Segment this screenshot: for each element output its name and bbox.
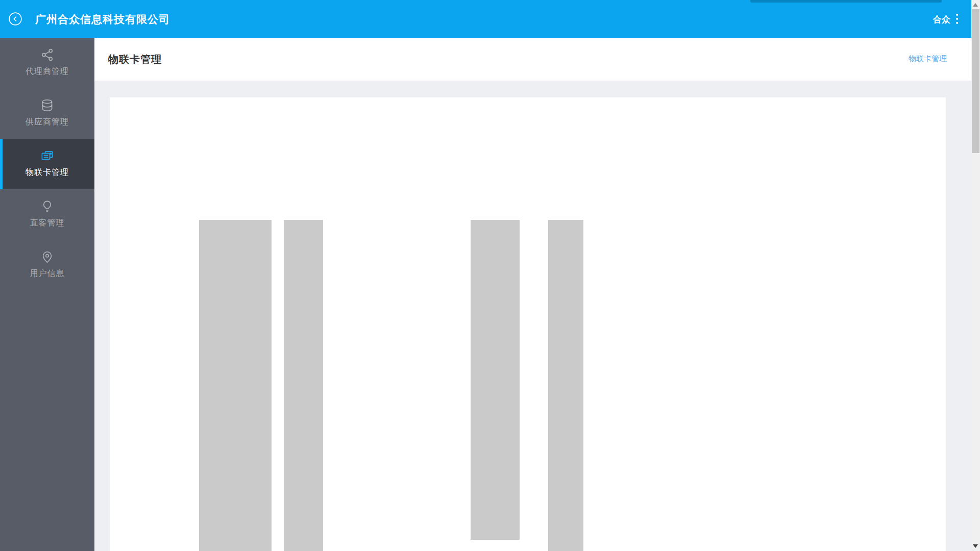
breadcrumb[interactable]: 物联卡管理 [909, 54, 947, 64]
lightbulb-icon [0, 199, 94, 215]
share-network-icon [0, 48, 94, 63]
sidebar-item-label: 用户信息 [0, 268, 94, 279]
back-circle-icon[interactable] [8, 12, 22, 26]
database-icon [0, 98, 94, 114]
sidebar-item-label: 供应商管理 [0, 117, 94, 128]
sidebar-item-label: 代理商管理 [0, 66, 94, 77]
sidebar-item-user-info[interactable]: 用户信息 [0, 240, 94, 290]
sidebar-item-label: 直客管理 [0, 218, 94, 229]
sidebar-item-agent-management[interactable]: 代理商管理 [0, 38, 94, 88]
company-name: 广州合众信息科技有限公司 [35, 12, 170, 27]
map-pin-icon [0, 250, 94, 265]
redaction-iccid [199, 220, 272, 551]
sidebar: 代理商管理供应商管理物联卡管理直客管理用户信息 [0, 38, 94, 551]
sidebar-item-iot-card-management[interactable]: 物联卡管理 [0, 139, 94, 189]
redaction-customer [548, 220, 583, 551]
scroll-up-icon[interactable] [973, 3, 978, 7]
redaction-supplier [471, 220, 520, 540]
sidebar-item-direct-customer-management[interactable]: 直客管理 [0, 189, 94, 240]
scroll-down-icon[interactable] [973, 544, 978, 548]
sidebar-item-label: 物联卡管理 [0, 167, 94, 178]
sidebar-item-supplier-management[interactable]: 供应商管理 [0, 88, 94, 139]
scrollbar[interactable] [971, 0, 980, 551]
sim-cards-icon [0, 149, 94, 164]
top-bar: 广州合众信息科技有限公司 合众 [0, 0, 980, 38]
page-title: 物联卡管理 [108, 53, 162, 66]
content-header: 物联卡管理 物联卡管理 [94, 38, 971, 81]
vertical-dots-icon[interactable] [953, 13, 961, 26]
scrollbar-thumb[interactable] [972, 9, 979, 153]
top-shadow-strip [750, 0, 942, 3]
redaction-card-number [284, 220, 323, 551]
user-menu[interactable]: 合众 [933, 14, 950, 26]
